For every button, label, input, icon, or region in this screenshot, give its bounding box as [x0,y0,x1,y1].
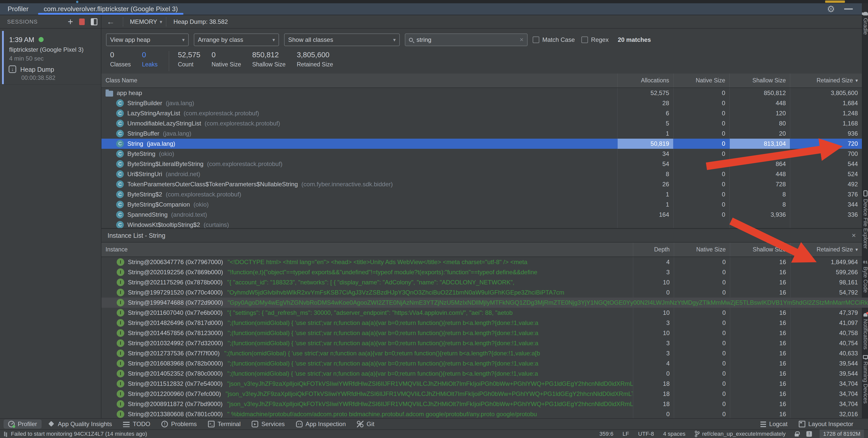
bottom-tool-tab[interactable]: Profiler [4,419,41,429]
bottom-tool-tab[interactable]: App Quality Insights [43,419,117,429]
layout-inspector-button[interactable]: Layout Inspector [799,420,853,428]
stripe-byte-code[interactable]: 01Byte Code [862,260,868,293]
instance-table-row[interactable]: String@2014052352 (0x780c0000) ";(functi… [101,369,862,379]
bottom-tool-tab[interactable]: Problems [157,419,201,429]
sessions-title: SESSIONS [7,19,68,25]
col-class-name[interactable]: Class Name [101,77,617,84]
bottom-tool-tab[interactable]: Services [247,419,289,429]
cell-allocations: 52,575 [617,88,673,98]
instance-string-value: "Gpy0AgoDMy4wEgVhZGNvbRoDMS4wKoe0AgooZWI… [227,299,868,306]
instance-table-row[interactable]: String@1997291520 (0x770c4000) "OyhmdW5j… [101,288,862,298]
bottom-tool-tab[interactable]: App Inspection [291,419,350,429]
col-instance[interactable]: Instance [101,246,633,253]
instance-table-row[interactable]: String@2011512832 (0x77e54000) "json_v3!… [101,379,862,389]
class-icon [116,180,124,188]
instance-table-row[interactable]: String@2013380608 (0x7801c000) " %bidmac… [101,409,862,419]
instance-icon [117,410,124,418]
cell-retained-size: 1,248 [790,108,862,119]
class-table-row[interactable]: Uri$StringUri (android.net) 8 0 448 524 [101,169,862,179]
instance-table-row[interactable]: String@2010324992 (0x77d32000) ";(functi… [101,338,862,348]
class-table-row[interactable]: StringBuilder (java.lang) 28 0 448 1,684 [101,98,862,108]
col-retained-size[interactable]: Retained Size▾ [790,243,862,257]
instance-table-row[interactable]: String@2012737536 (0x77f7f000) ";(functi… [101,348,862,359]
class-table-row[interactable]: String (java.lang) 50,819 0 813,104 720 [101,139,862,149]
logcat-button[interactable]: Logcat [761,420,787,428]
instance-table-row[interactable]: String@2014826496 (0x7817d000) ";(functi… [101,318,862,328]
session-artifact[interactable]: Heap Dump [20,66,54,73]
class-table-row[interactable]: UnmodifiableLazyStringList (com.explores… [101,119,862,129]
class-table-row[interactable]: ByteString$LiteralByteString (com.explor… [101,159,862,169]
stripe-running-devices[interactable]: Running Devices [862,355,868,404]
class-table-row[interactable]: ByteString$2 (com.explorestack.protobuf)… [101,189,862,200]
stripe-gradle[interactable]: Gradle [862,12,868,35]
col-allocations[interactable]: Allocations [617,73,673,88]
col-native-size[interactable]: Native Size [674,243,730,257]
session-card[interactable]: 1:39 AM fliptrickster (Google Pixel 3) 4… [0,31,101,85]
stripe-notifications[interactable]: Notifications [862,313,868,349]
add-session-icon[interactable]: + [68,17,73,26]
memory-indicator[interactable]: 1728 of 8192M [819,430,864,438]
class-icon [116,201,124,208]
class-package: (com.fyber.inneractive.sdk.bidder) [301,181,393,188]
instance-table-row[interactable]: String@2021175296 (0x7878b000) "{ "accou… [101,277,862,288]
stripe-device-file-explorer[interactable]: Device File Explorer [862,190,868,249]
class-table-row[interactable]: StringBuffer (java.lang) 1 0 20 936 [101,129,862,139]
cell-retained-size: 47,379 [790,308,862,318]
class-table-row[interactable]: ByteString (okio) 34 0 700 [101,149,862,159]
close-icon[interactable]: × [852,231,856,239]
bottom-tool-tab[interactable]: Git [352,419,379,429]
col-shallow-size[interactable]: Shallow Size [730,243,790,257]
col-retained-size[interactable]: Retained Size▾ [790,73,862,88]
minimize-icon[interactable] [844,8,853,10]
class-table-row[interactable]: ByteString$Companion (okio) 1 0 8 344 [101,200,862,210]
clear-search-icon[interactable]: × [520,36,524,43]
regex-checkbox[interactable] [581,36,588,43]
match-case-label[interactable]: Match Case [542,36,575,43]
stop-session-icon[interactable] [79,19,85,25]
status-message[interactable]: Failed to start monitoring 94CX1Z4L7 (14… [11,431,590,437]
bottom-tool-tab[interactable]: Terminal [204,419,245,429]
class-icon [116,140,124,147]
col-native-size[interactable]: Native Size [673,73,729,88]
cell-native-size: 0 [674,338,730,348]
col-depth[interactable]: Depth [633,243,674,257]
class-table-row[interactable]: TokenParametersOuterClass$TokenParameter… [101,179,862,189]
back-arrow-icon[interactable]: ← [106,17,115,26]
file-encoding[interactable]: UTF-8 [638,431,654,437]
search-input[interactable]: string × [405,33,528,46]
regex-label[interactable]: Regex [591,36,609,43]
class-table-row[interactable]: WindowsKt$tooltipString$2 (curtains) [101,220,862,228]
arrange-dropdown[interactable]: Arrange by class▾ [194,33,279,46]
bottom-tool-tab[interactable]: TODO [119,419,155,429]
instance-table-row[interactable]: String@2008911872 (0x77bd9000) "json_v3!… [101,399,862,409]
instance-table-row[interactable]: String@2020192256 (0x7869b000) "!functio… [101,267,862,277]
tab-profiler[interactable]: Profiler [0,3,36,15]
instance-table-row[interactable]: String@1999474688 (0x772d9000) "Gpy0AgoD… [101,298,868,308]
line-ending[interactable]: LF [622,431,629,437]
class-table-row[interactable]: app heap 52,575 0 850,812 3,805,600 [101,88,862,98]
instance-table-row[interactable]: String@2012200960 (0x77efc000) "json_v3!… [101,389,862,399]
git-branch-name[interactable]: ref/clean_up_executeImmediately [702,431,785,437]
instance-table-row[interactable]: String@2014457856 (0x78123000) ";(functi… [101,328,862,338]
heap-stat: 3,805,600 Retained Size [297,51,333,68]
lock-icon[interactable] [795,431,799,436]
memory-dropdown[interactable]: MEMORY [130,18,157,25]
class-table-row[interactable]: SpannedString (android.text) 164 0 3,936… [101,210,862,220]
class-package: (android.text) [171,211,207,218]
gear-icon[interactable]: ⚙ [827,5,835,14]
chevron-down-icon[interactable]: ▾ [160,19,162,25]
perf-widget-icon[interactable] [4,432,5,436]
caret-position[interactable]: 359:6 [599,431,613,437]
indent-setting[interactable]: 4 spaces [663,431,685,437]
instance-table-row[interactable]: String@2016083968 (0x782b0000) ";(functi… [101,359,862,369]
col-shallow-size[interactable]: Shallow Size [729,73,790,88]
instance-table-row[interactable]: String@2011607040 (0x77e6b000) "{ "setti… [101,308,862,318]
tab-session-process[interactable]: com.revolverolver.fliptrickster (Google … [36,3,185,15]
match-case-checkbox[interactable] [533,36,539,43]
event-log-icon[interactable] [806,431,812,437]
collapse-panel-icon[interactable] [91,18,97,25]
class-filter-dropdown[interactable]: Show all classes▾ [284,33,400,46]
view-heap-dropdown[interactable]: View app heap▾ [106,33,189,46]
instance-table-row[interactable]: String@2006347776 (0x77967000) "<!DOCTYP… [101,257,862,267]
class-table-row[interactable]: LazyStringArrayList (com.explorestack.pr… [101,108,862,119]
